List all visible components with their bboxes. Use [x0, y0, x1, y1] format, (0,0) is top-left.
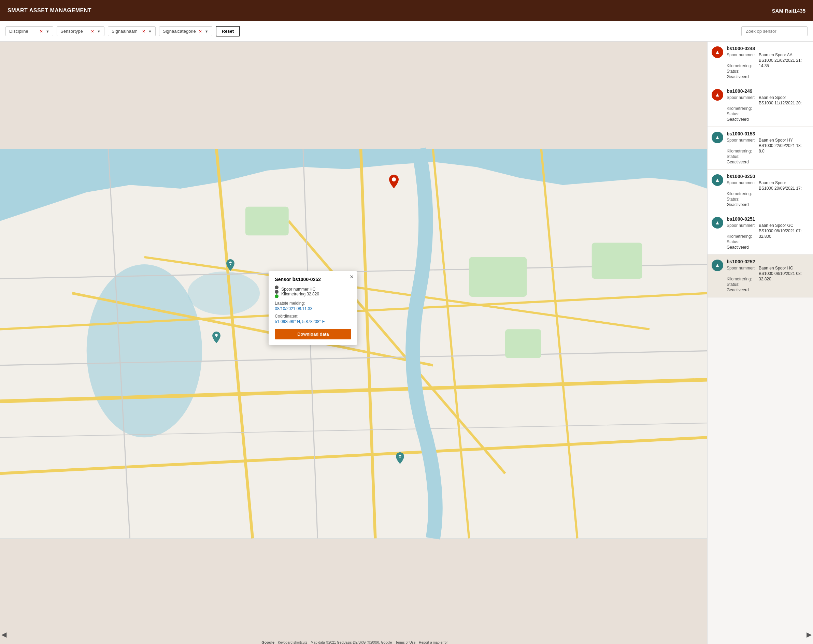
status-val: Geactiveerd [727, 202, 749, 207]
status-label: Status: [727, 154, 757, 159]
status-val: Geactiveerd [727, 74, 749, 79]
signal-dot-bottom [275, 294, 279, 298]
sensor-status-icon: ▲ [712, 132, 723, 143]
sensor-info: bs1000-0248 Spoor nummer: Baan en Spoor … [727, 46, 809, 80]
map-pin-red[interactable] [389, 174, 399, 188]
km-val: 32.820 [759, 277, 772, 281]
sensor-id: bs1000-0250 [727, 174, 809, 179]
discipline-filter[interactable]: Discipline ✕ ▼ [5, 26, 53, 36]
sensor-item[interactable]: ▲ bs1000-0248 Spoor nummer: Baan en Spoo… [707, 41, 813, 84]
sensor-info: bs1000-0250 Spoor nummer: Baan en Spoor … [727, 174, 809, 208]
sensortype-clear-icon[interactable]: ✕ [91, 29, 94, 34]
map-data-label: Map data ©2021 GeoBasis-DE/BKG (©2009), … [311, 641, 392, 644]
popup-laatste-label: Laatste melding: [275, 301, 351, 306]
sensor-item[interactable]: ▲ bs1000-0153 Spoor nummer: Baan en Spoo… [707, 127, 813, 170]
map-pin-teal-3[interactable] [396, 452, 404, 464]
popup-title: Sensor bs1000-0252 [275, 277, 351, 282]
map-report[interactable]: Report a map error [419, 641, 448, 644]
km-label: Kilometrering: [727, 63, 757, 68]
google-logo: Google [261, 640, 275, 644]
sensor-id: bs1000-0252 [727, 259, 809, 265]
status-label: Status: [727, 112, 757, 116]
signaalnaam-clear-icon[interactable]: ✕ [142, 29, 146, 34]
svg-rect-19 [245, 207, 289, 236]
app-subtitle: SAM Rail1435 [772, 8, 805, 14]
status-val: Geactiveerd [727, 160, 749, 164]
svg-point-3 [188, 272, 260, 315]
spoor-label: Spoor nummer: [727, 52, 757, 57]
download-button[interactable]: Download data [275, 329, 351, 340]
km-label: Kilometrering: [727, 191, 757, 196]
app-title: SMART ASSET MANAGEMENT [8, 8, 92, 14]
status-val: Geactiveerd [727, 288, 749, 292]
signaalcategorie-filter[interactable]: Signaalcategorie ✕ ▼ [159, 26, 212, 36]
scroll-right-arrow[interactable]: ▶ [807, 630, 811, 639]
scroll-left-arrow[interactable]: ◀ [2, 630, 6, 639]
map-terms[interactable]: Terms of Use [395, 641, 416, 644]
svg-rect-22 [592, 243, 642, 279]
sensor-popup: ✕ Sensor bs1000-0252 Spoor nummer HC Kil… [268, 271, 357, 345]
spoor-label: Spoor nummer: [727, 223, 757, 228]
svg-point-23 [392, 177, 396, 182]
spoor-label: Spoor nummer: [727, 266, 757, 271]
sensor-info: bs1000-0251 Spoor nummer: Baan en Spoor … [727, 216, 809, 250]
svg-point-24 [230, 263, 231, 265]
popup-coord-label: Coördinaten: [275, 314, 351, 318]
discipline-arrow-icon[interactable]: ▼ [46, 29, 49, 34]
km-val: 14.35 [759, 63, 769, 68]
main-layout: ✕ Sensor bs1000-0252 Spoor nummer HC Kil… [0, 41, 813, 644]
signaalnaam-filter[interactable]: Signaalnaam ✕ ▼ [108, 26, 156, 36]
popup-coord-value: 51.098599° N, 5.878208° E [275, 319, 351, 324]
km-label: Kilometrering: [727, 106, 757, 111]
spoor-label: Spoor nummer: [727, 95, 757, 100]
sensor-item[interactable]: ▲ bs1000-0250 Spoor nummer: Baan en Spoo… [707, 170, 813, 212]
popup-laatste-value: 08/10/2021 08:11:33 [275, 306, 351, 311]
signal-dot-mid [275, 290, 279, 294]
map-keyboard-shortcuts[interactable]: Keyboard shortcuts [278, 641, 307, 644]
map-area[interactable]: ✕ Sensor bs1000-0252 Spoor nummer HC Kil… [0, 41, 707, 644]
spoor-val: Baan en Spoor [759, 95, 786, 100]
km-val: 8.0 [759, 149, 764, 153]
sensor-info: bs1000-249 Spoor nummer: Baan en Spoor B… [727, 88, 809, 122]
sensor-item[interactable]: ▲ bs1000-0252 Spoor nummer: Baan en Spoo… [707, 255, 813, 297]
sensor-id: bs1000-0153 [727, 131, 809, 136]
discipline-clear-icon[interactable]: ✕ [40, 29, 43, 34]
status-label: Status: [727, 197, 757, 202]
signal-dot-top [275, 286, 279, 289]
sensor-status-icon: ▲ [712, 217, 723, 228]
sensor-info: bs1000-0153 Spoor nummer: Baan en Spoor … [727, 131, 809, 165]
sensor-status-icon: ▲ [712, 89, 723, 101]
spoor-val: Baan en Spoor HC [759, 266, 793, 271]
status-label: Status: [727, 69, 757, 74]
sensor-id: bs1000-249 [727, 88, 809, 94]
spoor-label: Spoor nummer: [727, 181, 757, 185]
sensor-status-icon: ▲ [712, 260, 723, 271]
spoor-label: Spoor nummer: [727, 138, 757, 142]
map-pin-teal-1[interactable] [226, 259, 235, 271]
sensortype-arrow-icon[interactable]: ▼ [97, 29, 101, 34]
spoor-val: Baan en Spoor HY [759, 138, 793, 142]
map-footer: Google Keyboard shortcuts Map data ©2021… [0, 640, 707, 644]
app-header: SMART ASSET MANAGEMENT SAM Rail1435 [0, 0, 813, 21]
signal-lights [275, 286, 279, 298]
sensor-item[interactable]: ▲ bs1000-0251 Spoor nummer: Baan en Spoo… [707, 212, 813, 255]
filter-bar: Discipline ✕ ▼ Sensortype ✕ ▼ Signaalnaa… [0, 21, 813, 41]
signaalnaam-arrow-icon[interactable]: ▼ [148, 29, 152, 34]
sensor-status-icon: ▲ [712, 46, 723, 58]
popup-signal-row: Spoor nummer HC Kilometrering 32.820 [275, 286, 351, 298]
signaalcategorie-clear-icon[interactable]: ✕ [199, 29, 202, 34]
signaalcategorie-arrow-icon[interactable]: ▼ [205, 29, 209, 34]
sensor-id: bs1000-0251 [727, 216, 809, 222]
popup-close-button[interactable]: ✕ [350, 274, 354, 280]
km-label: Kilometrering: [727, 149, 757, 153]
sensortype-filter[interactable]: Sensortype ✕ ▼ [57, 26, 104, 36]
sensor-info: bs1000-0252 Spoor nummer: Baan en Spoor … [727, 259, 809, 293]
svg-rect-21 [505, 329, 541, 358]
svg-point-2 [87, 265, 202, 437]
sensor-item[interactable]: ▲ bs1000-249 Spoor nummer: Baan en Spoor… [707, 84, 813, 127]
right-panel: ▲ bs1000-0248 Spoor nummer: Baan en Spoo… [707, 41, 813, 644]
search-input[interactable] [741, 26, 808, 36]
reset-button[interactable]: Reset [216, 26, 240, 37]
map-pin-teal-2[interactable] [212, 332, 221, 343]
popup-spoor-info: Spoor nummer HC Kilometrering 32.820 [281, 287, 319, 297]
